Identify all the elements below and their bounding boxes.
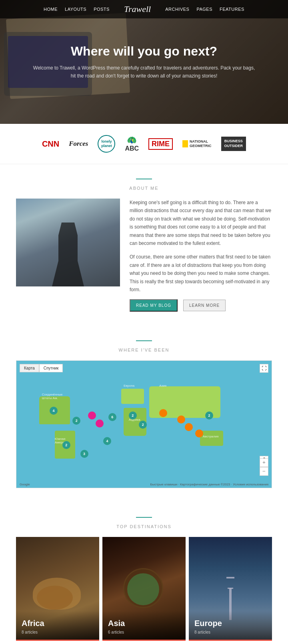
hero-subtitle: Welcome to Trawell, a WordPress theme ca… <box>32 64 256 80</box>
about-paragraph-2: Of course, there are some other matters … <box>130 253 272 294</box>
about-image <box>16 199 120 286</box>
dest-card-africa[interactable]: Africa 8 articles <box>16 537 99 641</box>
map-pin-15[interactable]: 4 <box>103 437 111 445</box>
continent-australia <box>200 431 223 446</box>
map-attribution2: Быстрые клавиши · Картографические данны… <box>150 483 268 486</box>
read-blog-button[interactable]: READ MY BLOG <box>130 299 178 312</box>
dest-overlay-europe: Europe 8 articles <box>189 611 272 641</box>
dest-divider <box>136 517 152 518</box>
nav-layouts[interactable]: LAYOUTS <box>65 7 86 12</box>
destinations-grid: Africa 8 articles Asia 6 articles <box>16 537 272 641</box>
label-asia: Азия <box>159 384 166 388</box>
about-paragraph-1: Keeping one's self going is a difficult … <box>130 199 272 247</box>
map-pin-5[interactable]: 6 <box>108 413 116 421</box>
navigation[interactable]: HOME LAYOUTS POSTS Trawell ARCHIVES PAGE… <box>0 0 288 18</box>
logo-business-outsider: BUSINESSOUTSIDER <box>221 137 246 151</box>
dest-card-europe[interactable]: Europe 8 articles <box>189 537 272 641</box>
dest-overlay-asia: Asia 6 articles <box>102 611 186 641</box>
logo-forces: Forces <box>69 140 88 148</box>
about-title: ABOUT ME <box>16 186 272 191</box>
map-pin-7[interactable]: 2 <box>139 421 147 429</box>
map-pin-9[interactable] <box>177 415 185 423</box>
label-north-america: СоединённыеШтаты Ам. <box>42 393 63 400</box>
map-btn-satellite[interactable]: Спутник <box>39 364 63 372</box>
logo-cnn: CNN <box>42 139 59 149</box>
map-fullscreen-btn[interactable]: ⛶ <box>260 364 268 373</box>
dest-name-asia: Asia <box>108 619 180 628</box>
label-australia: Австралия <box>203 435 219 438</box>
nav-posts[interactable]: POSTS <box>94 7 110 12</box>
about-row: Keeping one's self going is a difficult … <box>16 199 272 312</box>
map-controls[interactable]: Карта Спутник <box>20 364 63 372</box>
continent-europe <box>121 389 144 404</box>
map-pin-4[interactable] <box>96 419 104 427</box>
learn-more-button[interactable]: LEARN MORE <box>183 300 226 311</box>
map-title: WHERE I'VE BEEN <box>16 348 272 352</box>
dest-count-europe: 8 articles <box>194 630 210 634</box>
map-pin-3[interactable] <box>88 411 96 419</box>
logos-bar: CNN Forces lonelyplanet 🦚 ABC RIME NATIO… <box>0 124 288 164</box>
about-text: Keeping one's self going is a difficult … <box>130 199 272 312</box>
destinations-title: TOP DESTINATIONS <box>16 524 272 529</box>
logo-rime: RIME <box>148 138 173 150</box>
dest-name-europe: Europe <box>194 619 266 628</box>
map-pin-11[interactable] <box>195 429 203 437</box>
nav-home[interactable]: HOME <box>44 7 58 12</box>
map-container[interactable]: СоединённыеШтаты Ам. ЮжнаяАмерика Европа… <box>16 360 272 488</box>
map-btn-map[interactable]: Карта <box>20 364 39 372</box>
nav-pages[interactable]: PAGES <box>196 7 212 12</box>
dest-count-asia: 6 articles <box>108 630 124 634</box>
map-pin-13[interactable]: 2 <box>62 441 70 449</box>
divider <box>136 179 152 179</box>
about-section: ABOUT ME Keeping one's self going is a d… <box>0 164 288 326</box>
hero-content: Where will you go next? Welcome to Trawe… <box>0 44 288 80</box>
hero-title: Where will you go next? <box>32 44 256 59</box>
zoom-out-btn[interactable]: − <box>260 467 268 476</box>
map-section: WHERE I'VE BEEN СоединённыеШтаты Ам. Южн… <box>0 326 288 503</box>
logo-lonelyplanet: lonelyplanet <box>98 135 115 153</box>
nav-features[interactable]: FEATURES <box>220 7 244 12</box>
map-pin-1[interactable]: 4 <box>50 407 58 415</box>
nav-archives[interactable]: ARCHIVES <box>165 7 189 12</box>
destinations-section: TOP DESTINATIONS Africa 8 articles Asia … <box>0 503 288 644</box>
brand-logo[interactable]: Trawell <box>124 4 151 14</box>
hero-section: Where will you go next? Welcome to Trawe… <box>0 0 288 124</box>
map-divider <box>136 340 152 341</box>
dest-card-asia[interactable]: Asia 6 articles <box>102 537 186 641</box>
logo-national-geometric: NATIONALGEOMETRIC <box>182 139 212 148</box>
map-zoom-controls[interactable]: + − <box>260 458 268 476</box>
map-pin-14[interactable]: 3 <box>80 450 88 458</box>
logo-abc: 🦚 ABC <box>125 135 139 152</box>
dest-count-africa: 8 articles <box>22 630 38 634</box>
zoom-in-btn[interactable]: + <box>260 458 268 467</box>
about-buttons: READ MY BLOG LEARN MORE <box>130 299 272 312</box>
map-attribution: Google <box>20 483 30 486</box>
label-europe: Европа <box>124 384 134 388</box>
dest-overlay-africa: Africa 8 articles <box>16 611 99 641</box>
dest-name-africa: Africa <box>22 619 94 628</box>
